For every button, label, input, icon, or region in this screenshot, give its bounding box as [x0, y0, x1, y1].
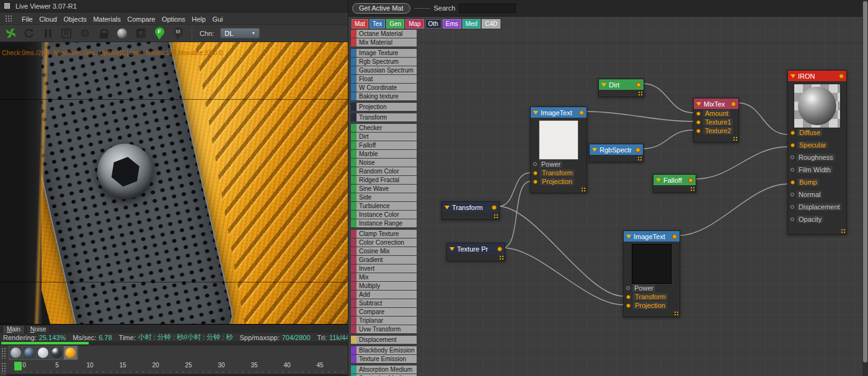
focus-picker-pin-icon[interactable]: F: [153, 27, 166, 40]
palette-item-gradient[interactable]: Gradient: [351, 256, 417, 264]
palette-item-compare[interactable]: Compare: [351, 308, 417, 316]
output-port[interactable]: [636, 82, 641, 87]
node-iron[interactable]: IRONDiffuseSpecularRoughnessFilm WidthBu…: [787, 70, 847, 235]
input-port-roughness[interactable]: [790, 155, 794, 159]
node-header[interactable]: MixTex: [694, 98, 738, 109]
output-port[interactable]: [688, 178, 693, 183]
category-oth[interactable]: Oth: [425, 19, 441, 28]
view-tab-main[interactable]: Main: [2, 325, 25, 333]
palette-item-clamp-texture[interactable]: Clamp Texture: [351, 230, 417, 238]
node-texturepr[interactable]: Texture Pr: [446, 243, 505, 261]
palette-item-turbulence[interactable]: Turbulence: [351, 202, 417, 210]
resize-handle-icon[interactable]: [733, 136, 737, 141]
palette-item-marble[interactable]: Marble: [351, 150, 417, 158]
palette-item-instance-range[interactable]: Instance Range: [351, 219, 417, 227]
palette-item-float[interactable]: Float: [351, 75, 417, 83]
palette-item-dirt[interactable]: Dirt: [351, 133, 417, 141]
palette-item-mix[interactable]: Mix: [351, 273, 417, 281]
material-picker-pin-icon[interactable]: M: [172, 27, 184, 40]
node-header[interactable]: ImageText: [624, 231, 680, 242]
input-port-bump[interactable]: [790, 180, 795, 185]
input-port-amount[interactable]: [696, 111, 701, 116]
node-header[interactable]: Texture Pr: [447, 243, 505, 254]
material-thumb-grey-sphere[interactable]: [9, 346, 23, 359]
material-thumb-dark-sphere[interactable]: [50, 346, 64, 359]
drag-handle-icon[interactable]: [1, 362, 6, 374]
palette-item-absorption-medium[interactable]: Absorption Medium: [351, 365, 417, 374]
output-port[interactable]: [839, 74, 844, 79]
palette-item-triplanar[interactable]: Triplanar: [351, 317, 417, 325]
category-ems[interactable]: Ems: [443, 19, 461, 28]
collapse-triangle-icon[interactable]: [656, 178, 661, 182]
palette-item-texture-emission[interactable]: Texture Emission: [351, 355, 417, 363]
palette-item-displacement[interactable]: Displacement: [351, 336, 417, 344]
render-viewport[interactable]: Check:0ms./2ms. MeshGen:0ms. Update[C]:0…: [0, 42, 348, 325]
material-thumb-orange-sphere[interactable]: [64, 346, 78, 359]
collapse-triangle-icon[interactable]: [696, 102, 701, 106]
lock-resolution-icon[interactable]: [97, 27, 110, 40]
output-port[interactable]: [492, 205, 497, 210]
timeline[interactable]: 051015202530354045: [0, 360, 348, 376]
node-header[interactable]: Falloff: [653, 175, 696, 185]
node-dirt[interactable]: Dirt: [598, 79, 644, 97]
input-port-texture2[interactable]: [696, 129, 701, 133]
resize-handle-icon[interactable]: [674, 311, 678, 315]
menu-materials[interactable]: Materials: [93, 15, 121, 23]
output-port[interactable]: [497, 247, 502, 251]
settings-gear-icon[interactable]: ⚙: [79, 27, 91, 40]
resize-handle-icon[interactable]: [638, 91, 642, 95]
palette-item-checker[interactable]: Checker: [351, 124, 417, 132]
menu-gui[interactable]: Gui: [212, 15, 223, 23]
resize-handle-icon[interactable]: [637, 156, 642, 160]
node-header[interactable]: Transform: [442, 202, 499, 212]
category-med[interactable]: Med: [463, 19, 480, 28]
menu-options[interactable]: Options: [162, 15, 185, 23]
material-thumb-blue-sphere[interactable]: [23, 346, 37, 359]
menu-cloud[interactable]: Cloud: [39, 15, 57, 23]
palette-item-octane-material[interactable]: Octane Material: [351, 30, 417, 38]
input-port-specular[interactable]: [790, 143, 795, 147]
node-header[interactable]: RgbSpectr: [590, 144, 643, 155]
resize-handle-icon[interactable]: [494, 214, 498, 218]
output-port[interactable]: [672, 234, 677, 239]
live-viewer-titlebar[interactable]: Live Viewer 3.07-R1: [0, 0, 348, 12]
menu-objects[interactable]: Objects: [63, 15, 86, 23]
node-header[interactable]: ImageText: [531, 107, 587, 118]
material-thumb-glass-sphere[interactable]: [37, 346, 50, 359]
palette-item-rgb-spectrum[interactable]: Rgb Spectrum: [351, 58, 417, 66]
node-falloff[interactable]: Falloff: [653, 174, 696, 193]
node-header[interactable]: IRON: [788, 71, 846, 81]
resize-handle-icon[interactable]: [841, 229, 845, 233]
palette-item-sine-wave[interactable]: Sine Wave: [351, 185, 417, 193]
collapse-triangle-icon[interactable]: [533, 111, 538, 115]
palette-item-transform[interactable]: Transform: [351, 113, 417, 121]
palette-item-baking-texture[interactable]: Baking texture: [351, 92, 417, 100]
palette-item-side[interactable]: Side: [351, 193, 417, 201]
node-mixtex[interactable]: MixTexAmountTexture1Texture2: [693, 98, 739, 142]
input-port-displacement[interactable]: [790, 205, 794, 209]
octane-logo-icon[interactable]: [4, 27, 17, 40]
palette-item-cosine-mix[interactable]: Cosine Mix: [351, 247, 417, 255]
get-active-mat-button[interactable]: Get Active Mat: [352, 3, 410, 14]
resize-handle-icon[interactable]: [499, 255, 503, 260]
input-port-transform[interactable]: [533, 171, 538, 175]
input-port-diffuse[interactable]: [790, 131, 795, 135]
node-imagetext1[interactable]: ImageTextPowerTransformProjection: [530, 107, 587, 193]
channel-dropdown[interactable]: DL ▼: [220, 28, 260, 38]
collapse-triangle-icon[interactable]: [626, 235, 631, 238]
palette-item-mix-material[interactable]: Mix Material: [351, 38, 417, 46]
refresh-icon[interactable]: [23, 27, 35, 40]
collapse-triangle-icon[interactable]: [592, 148, 597, 152]
node-transform[interactable]: Transform: [441, 201, 500, 220]
input-port-opacity[interactable]: [790, 217, 794, 221]
output-port[interactable]: [636, 147, 640, 152]
palette-item-ridged-fractal[interactable]: Ridged Fractal: [351, 176, 417, 184]
category-gen[interactable]: Gen: [386, 19, 404, 28]
timeline-ruler[interactable]: 051015202530354045: [6, 360, 348, 376]
palette-item-random-color[interactable]: Random Color: [351, 167, 417, 175]
menu-help[interactable]: Help: [192, 15, 206, 23]
palette-item-blackbody-emission[interactable]: Blackbody Emission: [351, 346, 417, 354]
restart-render-button[interactable]: R: [60, 27, 73, 40]
input-port-projection[interactable]: [533, 180, 538, 184]
palette-item-image-texture[interactable]: Image Texture: [351, 49, 417, 57]
